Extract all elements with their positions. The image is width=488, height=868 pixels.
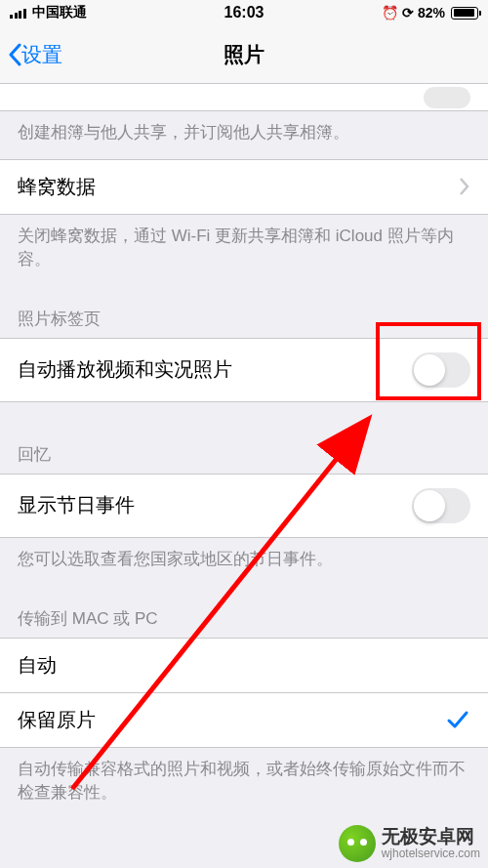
cellular-data-row[interactable]: 蜂窝数据 [0, 159, 488, 215]
checkmark-icon [445, 707, 470, 732]
watermark: 无极安卓网 wjhotelservice.com [339, 825, 480, 862]
transfer-header: 传输到 MAC 或 PC [0, 586, 488, 638]
status-bar: 中国联通 16:03 ⏰ ⟳ 82% [0, 0, 488, 25]
memories-footer: 您可以选取查看您国家或地区的节日事件。 [0, 538, 488, 586]
transfer-auto-row[interactable]: 自动 [0, 638, 488, 692]
transfer-footer: 自动传输兼容格式的照片和视频，或者始终传输原始文件而不检查兼容性。 [0, 748, 488, 819]
shared-albums-footer: 创建相簿与他人共享，并订阅他人共享相簿。 [0, 111, 488, 159]
holidays-label: 显示节日事件 [18, 492, 135, 518]
signal-icon [10, 7, 26, 19]
chevron-left-icon [8, 43, 21, 66]
rotation-lock-icon: ⟳ [402, 5, 414, 21]
status-left: 中国联通 [10, 4, 87, 21]
back-button[interactable]: 设置 [8, 41, 62, 68]
memories-header: 回忆 [0, 402, 488, 474]
toggle-icon[interactable] [424, 87, 470, 108]
cellular-label: 蜂窝数据 [18, 174, 96, 200]
chevron-right-icon [459, 177, 470, 196]
tabs-header: 照片标签页 [0, 286, 488, 338]
status-time: 16:03 [224, 4, 264, 21]
battery-percent: 82% [418, 5, 445, 21]
watermark-logo-icon [339, 825, 376, 862]
transfer-keep-original-row[interactable]: 保留原片 [0, 692, 488, 748]
autoplay-row[interactable]: 自动播放视频和实况照片 [0, 338, 488, 402]
settings-content: 创建相簿与他人共享，并订阅他人共享相簿。 蜂窝数据 关闭蜂窝数据，通过 Wi-F… [0, 84, 488, 819]
battery-icon [451, 7, 478, 20]
transfer-auto-label: 自动 [18, 652, 57, 679]
nav-bar: 设置 照片 [0, 25, 488, 84]
status-right: ⏰ ⟳ 82% [382, 5, 478, 21]
page-title: 照片 [224, 41, 264, 68]
back-label: 设置 [21, 41, 62, 68]
watermark-title: 无极安卓网 [382, 826, 480, 847]
autoplay-toggle[interactable] [412, 352, 470, 388]
cellular-footer: 关闭蜂窝数据，通过 Wi-Fi 更新共享相簿和 iCloud 照片等内容。 [0, 215, 488, 286]
shared-albums-row-partial[interactable] [0, 84, 488, 111]
transfer-keep-label: 保留原片 [18, 707, 96, 733]
holidays-row[interactable]: 显示节日事件 [0, 474, 488, 538]
watermark-url: wjhotelservice.com [382, 847, 480, 861]
carrier-label: 中国联通 [32, 4, 87, 21]
alarm-icon: ⏰ [382, 5, 398, 21]
holidays-toggle[interactable] [412, 488, 470, 523]
autoplay-label: 自动播放视频和实况照片 [18, 356, 232, 383]
